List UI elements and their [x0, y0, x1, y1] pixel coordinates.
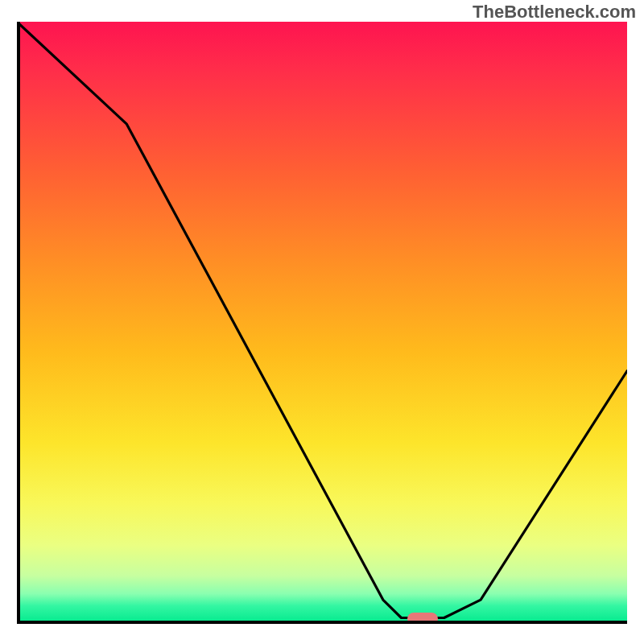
bottleneck-curve [17, 22, 627, 624]
optimal-marker [407, 613, 438, 624]
watermark-label: TheBottleneck.com [473, 2, 636, 23]
plot-area [17, 22, 627, 624]
chart-container: TheBottleneck.com [0, 0, 644, 644]
